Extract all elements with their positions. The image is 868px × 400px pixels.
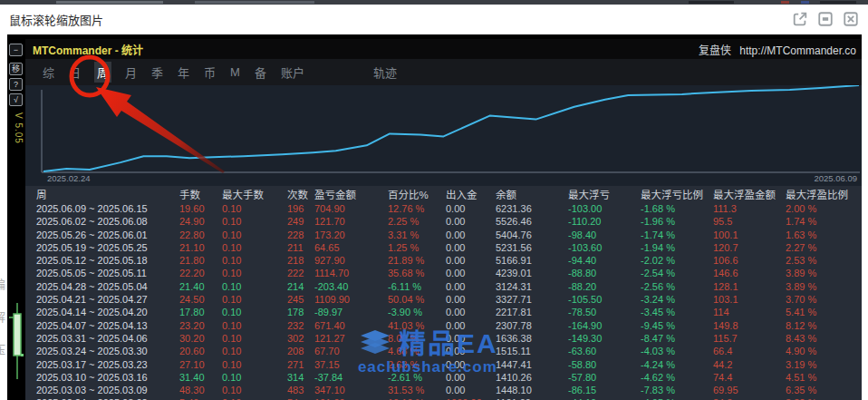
cell-week: 2025.05.05 ~ 2025.05.11 <box>36 267 179 279</box>
cell-lots: 23.20 <box>179 319 222 332</box>
column-header: 百分比% <box>388 189 446 202</box>
cell-max_lots: 0.10 <box>222 396 287 400</box>
tab-账户[interactable]: 账户 <box>280 62 305 83</box>
cell-max_dd: -149.30 <box>568 332 641 345</box>
cell-trades: 54 <box>287 396 314 400</box>
cell-trades: 228 <box>287 229 314 241</box>
cell-pct: 10.10 % <box>388 396 446 400</box>
table-row[interactable]: 2025.04.28 ~ 2025.05.0421.400.10214-203.… <box>25 280 862 293</box>
cell-lots: 21.10 <box>179 241 222 254</box>
help-button[interactable]: ? <box>9 78 23 91</box>
tab-轨迹[interactable]: 轨迹 <box>372 62 398 83</box>
cell-trades: 314 <box>287 371 314 384</box>
fullscreen-icon[interactable] <box>817 11 834 27</box>
cell-trades: 208 <box>287 345 314 357</box>
cell-max_fp_pct: 3.89 % <box>786 267 862 279</box>
cell-pnl: 173.20 <box>314 229 388 241</box>
tab-备[interactable]: 备 <box>254 62 267 83</box>
top-strip-fragment <box>56 1 163 4</box>
cell-max_fp: 106.6 <box>713 254 786 267</box>
table-row[interactable]: 2025.05.26 ~ 2025.06.0122.800.10228173.2… <box>25 229 862 241</box>
minimize-button[interactable]: − <box>9 44 23 56</box>
brand-name: 复盘侠 <box>699 44 731 57</box>
cell-in_out: 0.00 <box>446 229 496 241</box>
cell-max_lots: 0.10 <box>222 202 287 215</box>
table-row[interactable]: 2025.06.09 ~ 2025.06.1519.600.10196704.9… <box>25 202 862 215</box>
cell-max_dd: -78.50 <box>568 306 641 318</box>
cell-in_out: 0.00 <box>446 306 496 318</box>
cell-lots: 22.20 <box>179 267 222 279</box>
cell-trades: 178 <box>287 306 314 318</box>
column-header: 最大浮亏比例 <box>641 189 713 202</box>
cell-max_dd_pct: -8.47 % <box>641 332 713 345</box>
cell-max_dd_pct: -1.74 % <box>641 229 713 241</box>
cell-trades: 232 <box>287 319 314 332</box>
tab-币[interactable]: 币 <box>203 62 217 83</box>
table-row[interactable]: 2025.04.21 ~ 2025.04.2724.500.102451109.… <box>25 293 862 306</box>
cell-balance: 1410.26 <box>496 371 568 384</box>
column-header: 周 <box>36 189 179 202</box>
table-row[interactable]: 2025.06.02 ~ 2025.06.0824.900.10249121.7… <box>25 215 862 228</box>
column-header: 最大浮亏 <box>568 189 641 202</box>
check-button[interactable]: √ <box>9 93 23 106</box>
brand-url[interactable]: http://MTCommander.co <box>739 44 856 57</box>
tab-年[interactable]: 年 <box>177 62 190 83</box>
cell-pct: 1.25 % <box>388 241 446 254</box>
tab-月[interactable]: 月 <box>124 62 138 83</box>
tab-季[interactable]: 季 <box>150 62 164 83</box>
top-strip-fragment <box>195 1 314 4</box>
cell-trades: 218 <box>287 254 314 267</box>
cell-lots: 48.30 <box>179 384 222 396</box>
cell-balance: 1101.00 <box>496 396 568 400</box>
move-button[interactable]: 移 <box>9 63 23 75</box>
cell-pnl: -89.97 <box>314 306 388 318</box>
cell-max_fp_pct: 6.35 % <box>786 384 862 396</box>
tab-综[interactable]: 综 <box>42 62 55 83</box>
cell-in_out: 0.00 <box>446 254 496 267</box>
cell-week: 2025.04.07 ~ 2025.04.13 <box>36 319 179 332</box>
table-row[interactable]: 2025.03.03 ~ 2025.03.0948.300.10483347.1… <box>25 384 862 396</box>
table-row[interactable]: 2025.05.12 ~ 2025.05.1821.800.10218927.9… <box>25 254 862 267</box>
cell-max_fp: 34.3 <box>713 396 786 400</box>
table-row[interactable]: 2025.02.24 ~ 2025.03.025.400.1054101.001… <box>25 396 862 400</box>
tab-M[interactable]: M <box>229 63 241 81</box>
cell-in_out: 0.00 <box>446 241 496 254</box>
cell-pnl: 927.90 <box>314 254 388 267</box>
column-header: 次数 <box>287 189 314 202</box>
cell-max_dd_pct: -4.62 % <box>641 371 713 384</box>
cell-max_fp_pct: 3.89 % <box>786 280 862 293</box>
balance-line <box>43 85 859 171</box>
x-axis-start-label: 2025.02.24 <box>47 173 91 183</box>
cell-in_out: 0.00 <box>446 202 496 215</box>
watermark-logo-icon <box>357 325 393 357</box>
tab-周[interactable]: 周 <box>94 62 111 83</box>
cell-balance: 1448.10 <box>496 384 568 396</box>
cell-max_fp: 100.1 <box>713 229 786 241</box>
cell-max_fp: 44.2 <box>713 358 786 371</box>
cell-pct: 35.68 % <box>388 267 446 279</box>
cell-max_dd_pct: -9.45 % <box>641 319 713 332</box>
cell-trades: 196 <box>287 202 314 215</box>
background-page-text: 编解压 <box>0 268 6 366</box>
cell-max_dd_pct: -7.83 % <box>641 384 713 396</box>
table-row[interactable]: 2025.04.14 ~ 2025.04.2017.800.10178-89.9… <box>25 306 862 318</box>
close-icon[interactable] <box>843 11 859 27</box>
cell-max_dd_pct: -4.24 % <box>641 358 713 371</box>
cell-max_dd: -103.00 <box>568 202 641 215</box>
watermark-site: eaclubshare.com <box>357 358 498 376</box>
cell-max_dd: -88.80 <box>568 267 641 279</box>
table-row[interactable]: 2025.05.19 ~ 2025.05.2521.100.1021164.65… <box>25 241 862 254</box>
cell-max_lots: 0.10 <box>222 358 287 371</box>
cell-lots: 19.60 <box>179 202 222 215</box>
cell-balance: 5404.76 <box>496 229 568 241</box>
table-row[interactable]: 2025.05.05 ~ 2025.05.1122.200.102221114.… <box>25 267 862 279</box>
cell-max_lots: 0.10 <box>222 371 287 384</box>
cell-max_fp_pct: 2.27 % <box>786 241 862 254</box>
cell-week: 2025.03.03 ~ 2025.03.09 <box>36 384 179 396</box>
cell-max_lots: 0.10 <box>222 345 287 357</box>
open-in-new-icon[interactable] <box>792 11 808 27</box>
cell-week: 2025.03.10 ~ 2025.03.16 <box>36 371 179 384</box>
cell-balance: 5166.91 <box>496 254 568 267</box>
cell-max_dd_pct: -2.02 % <box>641 254 713 267</box>
tab-日[interactable]: 日 <box>68 62 82 83</box>
